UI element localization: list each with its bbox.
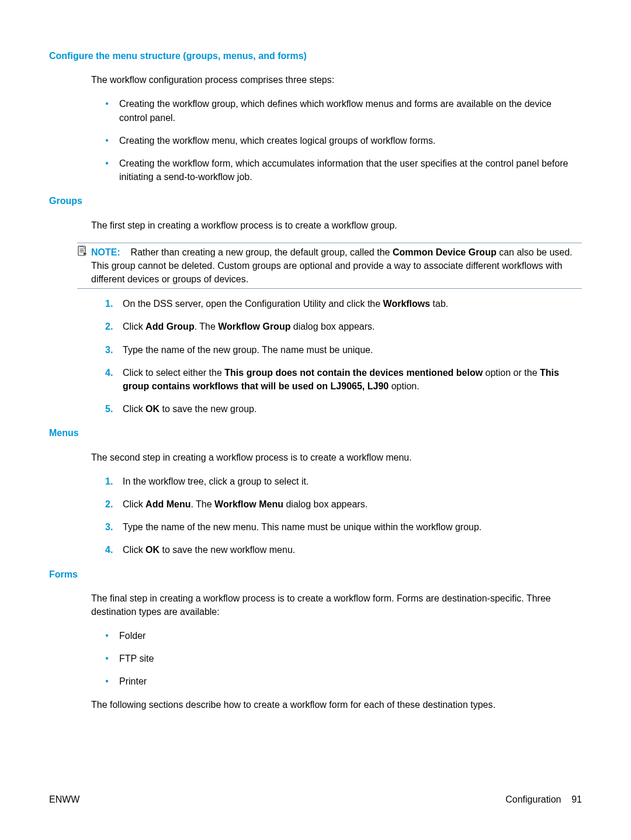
step-item: Click OK to save the new workflow menu.	[105, 543, 582, 556]
steps-menus: In the workflow tree, click a group to s…	[105, 475, 582, 557]
step-item: Type the name of the new group. The name…	[105, 343, 582, 357]
page-footer: ENWW Configuration 91	[49, 793, 582, 806]
steps-groups: On the DSS server, open the Configuratio…	[105, 297, 582, 416]
step-text: dialog box appears.	[290, 322, 375, 331]
step-bold: This group does not contain the devices …	[224, 368, 483, 378]
heading-configure: Configure the menu structure (groups, me…	[49, 49, 582, 63]
step-text: Click	[123, 499, 145, 509]
step-bold: OK	[145, 404, 160, 414]
step-bold: Workflows	[383, 299, 431, 309]
heading-forms: Forms	[49, 568, 582, 581]
menus-intro: The second step in creating a workflow p…	[91, 451, 582, 464]
step-bold: Workflow Menu	[214, 499, 283, 509]
note-text-pre	[123, 247, 130, 257]
intro-text: The workflow configuration process compr…	[91, 73, 582, 87]
step-text-post: tab.	[430, 299, 448, 309]
note-bold: Common Device Group	[393, 247, 497, 257]
list-item: Creating the workflow group, which defin…	[105, 97, 582, 124]
list-item: Printer	[105, 675, 582, 688]
step-text: Click to select either the	[123, 368, 224, 378]
step-text: to save the new workflow menu.	[160, 545, 295, 555]
step-text: On the DSS server, open the Configuratio…	[123, 299, 383, 309]
list-item: FTP site	[105, 652, 582, 665]
list-item: Creating the workflow menu, which create…	[105, 134, 582, 147]
forms-intro: The final step in creating a workflow pr…	[91, 592, 582, 618]
footer-right: Configuration 91	[505, 793, 582, 806]
step-text: option.	[389, 381, 419, 391]
step-text: Click	[123, 322, 145, 331]
step-item: Click OK to save the new group.	[105, 402, 582, 416]
forms-outro: The following sections describe how to c…	[91, 698, 582, 711]
step-text: . The	[190, 499, 214, 509]
step-text: Click	[123, 545, 145, 555]
step-bold: Workflow Group	[218, 322, 290, 331]
bullet-list-configure: Creating the workflow group, which defin…	[105, 97, 582, 184]
step-text: option or the	[483, 368, 540, 378]
step-bold: OK	[145, 545, 160, 555]
step-item: Click Add Group. The Workflow Group dial…	[105, 320, 582, 333]
note-block: NOTE: Rather than creating a new group, …	[77, 243, 582, 289]
step-item: Click to select either the This group do…	[105, 366, 582, 393]
footer-left: ENWW	[49, 793, 79, 806]
step-bold: Add Group	[145, 322, 195, 331]
groups-intro: The first step in creating a workflow pr…	[91, 219, 582, 232]
bullet-list-forms: Folder FTP site Printer	[105, 629, 582, 689]
heading-menus: Menus	[49, 426, 582, 440]
page-number: 91	[571, 794, 582, 804]
note-label: NOTE:	[91, 247, 120, 257]
step-item: In the workflow tree, click a group to s…	[105, 475, 582, 488]
step-text: dialog box appears.	[283, 499, 367, 509]
step-item: Type the name of the new menu. This name…	[105, 520, 582, 534]
step-text: to save the new group.	[160, 404, 256, 414]
step-item: Click Add Menu. The Workflow Menu dialog…	[105, 497, 582, 511]
note-text-pre2: Rather than creating a new group, the de…	[131, 247, 393, 257]
list-item: Folder	[105, 629, 582, 642]
heading-groups: Groups	[49, 194, 582, 208]
list-item: Creating the workflow form, which accumu…	[105, 157, 582, 184]
step-text: Click	[123, 404, 145, 414]
step-item: On the DSS server, open the Configuratio…	[105, 297, 582, 310]
step-text: . The	[195, 322, 219, 331]
step-bold: Add Menu	[145, 499, 190, 509]
footer-section-label: Configuration	[505, 794, 561, 804]
note-icon	[77, 246, 88, 256]
